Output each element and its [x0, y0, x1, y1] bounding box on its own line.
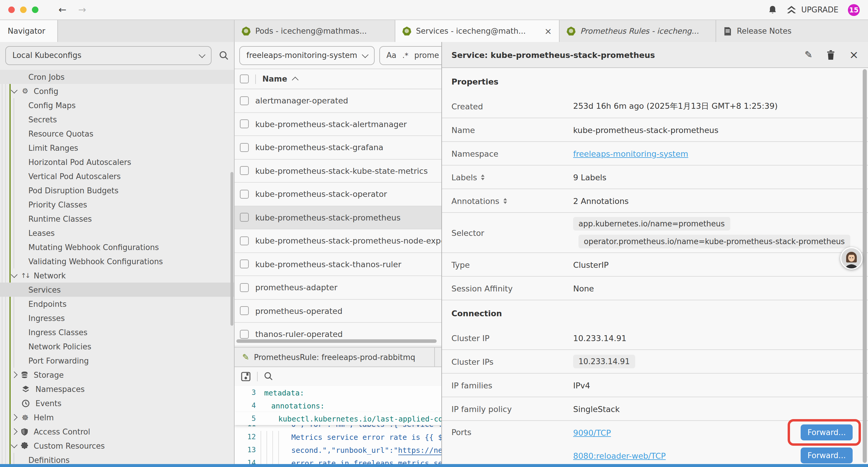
bell-icon[interactable]	[768, 5, 777, 14]
tab-release-notes[interactable]: Release Notes	[716, 20, 868, 42]
sidebar-item-vertical-pod-autoscalers[interactable]: Vertical Pod Autoscalers	[0, 169, 234, 183]
upgrade-button[interactable]: UPGRADE	[786, 5, 838, 14]
port-link[interactable]: 8080:reloader-web/TCP	[573, 451, 665, 460]
search-input[interactable]: Aa .* prome	[379, 46, 442, 65]
row-checkbox[interactable]	[240, 190, 249, 199]
zoom-window-button[interactable]	[32, 6, 38, 13]
tab-navigator[interactable]: Navigator	[0, 20, 58, 42]
table-row-selected[interactable]: kube-prometheus-stack-prometheus	[235, 206, 441, 229]
close-icon[interactable]: ×	[849, 49, 859, 60]
back-icon[interactable]: ←	[59, 5, 66, 14]
namespace-link[interactable]: freeleaps-monitoring-system	[573, 149, 688, 158]
sidebar-item-secrets[interactable]: Secrets	[0, 112, 234, 126]
expand-collapse-icon[interactable]	[481, 174, 485, 180]
sidebar-item-ingresses[interactable]: Ingresses	[0, 311, 234, 325]
sidebar-item-horizontal-pod-autoscalers[interactable]: Horizontal Pod Autoscalers	[0, 155, 234, 169]
sidebar-item-priority-classes[interactable]: Priority Classes	[0, 198, 234, 212]
forward-button[interactable]: Forward...	[801, 447, 852, 463]
row-checkbox[interactable]	[240, 330, 249, 339]
row-checkbox[interactable]	[240, 96, 249, 105]
upgrade-icon	[786, 5, 797, 14]
row-checkbox[interactable]	[240, 120, 249, 128]
sidebar-group-custom-resources[interactable]: Custom Resources	[0, 439, 234, 453]
sidebar-item-ingress-classes[interactable]: Ingress Classes	[0, 325, 234, 339]
table-row[interactable]: kube-prometheus-stack-grafana	[235, 136, 441, 159]
table-row[interactable]: alertmanager-operated	[235, 89, 441, 113]
forward-icon[interactable]: →	[78, 5, 86, 14]
row-checkbox[interactable]	[240, 307, 249, 315]
sidebar-item-events[interactable]: Events	[0, 396, 234, 410]
delete-trash-icon[interactable]	[827, 50, 835, 59]
namespace-select[interactable]: freeleaps-monitoring-system	[239, 46, 375, 65]
table-row[interactable]: kube-prometheus-stack-prometheus-node-ex…	[235, 229, 441, 253]
port-link[interactable]: 9090/TCP	[573, 428, 611, 437]
sidebar-scrollbar[interactable]	[230, 172, 234, 326]
sidebar-item-network-policies[interactable]: Network Policies	[0, 339, 234, 353]
tab-pods[interactable]: ☸ Pods - icecheng@mathmas...	[235, 20, 395, 42]
table-row[interactable]: kube-prometheus-stack-kube-state-metrics	[235, 159, 441, 183]
row-checkbox[interactable]	[240, 143, 249, 152]
sidebar-item-endpoints[interactable]: Endpoints	[0, 297, 234, 311]
sidebar-group-storage[interactable]: Storage	[0, 368, 234, 382]
table-row[interactable]: prometheus-operated	[235, 299, 441, 323]
sidebar-item-services[interactable]: Services	[0, 283, 234, 297]
table-row[interactable]: prometheus-adapter	[235, 276, 441, 299]
sidebar-item-validating-webhook-configurations[interactable]: Validating Webhook Configurations	[0, 254, 234, 268]
editor-tab-partial[interactable]: ✎	[435, 348, 442, 367]
code-url-link[interactable]: https://net	[398, 445, 441, 455]
row-checkbox[interactable]	[240, 283, 249, 292]
sidebar-item-port-forwarding[interactable]: Port Forwarding	[0, 353, 234, 368]
minimize-window-button[interactable]	[20, 6, 27, 13]
tab-prometheus-rules[interactable]: ☸ Prometheus Rules - icecheng...	[560, 20, 716, 42]
row-checkbox[interactable]	[240, 236, 249, 245]
service-detail-panel: Service: kube-prometheus-stack-prometheu…	[442, 42, 868, 467]
detail-title: Service: kube-prometheus-stack-prometheu…	[452, 50, 655, 59]
sidebar-item-resource-quotas[interactable]: Resource Quotas	[0, 126, 234, 141]
sidebar-item-cron-jobs[interactable]: Cron Jobs	[0, 70, 234, 84]
app-window: ← → UPGRADE 15 Navigator ☸ Pods - iceche	[0, 0, 868, 467]
sidebar-item-config-maps[interactable]: Config Maps	[0, 98, 234, 112]
search-icon[interactable]	[264, 372, 273, 381]
sidebar-item-leases[interactable]: Leases	[0, 226, 234, 240]
document-icon	[723, 26, 732, 36]
sidebar-item-runtime-classes[interactable]: Runtime Classes	[0, 212, 234, 226]
sidebar-group-helm[interactable]: ☸ Helm	[0, 410, 234, 425]
layers-icon	[22, 385, 31, 393]
services-list-panel: freeleaps-monitoring-system Aa .* prome …	[235, 42, 442, 467]
notification-badge[interactable]: 15	[848, 4, 860, 16]
close-window-button[interactable]	[8, 6, 15, 13]
horizontal-scrollbar[interactable]	[236, 339, 437, 343]
sort-ascending-icon[interactable]	[292, 77, 299, 83]
sidebar-group-access-control[interactable]: Access Control	[0, 425, 234, 439]
sidebar-item-namespaces[interactable]: Namespaces	[0, 382, 234, 396]
select-all-checkbox[interactable]	[240, 75, 249, 83]
sidebar-item-pod-disruption-budgets[interactable]: Pod Disruption Budgets	[0, 183, 234, 198]
kubeconfig-select[interactable]: Local Kubeconfigs	[5, 46, 212, 65]
sidebar-group-config[interactable]: ⚙ Config	[0, 84, 234, 98]
user-avatar[interactable]	[840, 247, 863, 269]
sidebar-group-network[interactable]: ↑↓ Network	[0, 268, 234, 283]
yaml-editor[interactable]: 3 metadata: 4 annotations: 5 kubectl.kub…	[235, 386, 441, 467]
forward-button[interactable]: Forward...	[801, 425, 852, 440]
search-icon[interactable]	[219, 51, 229, 60]
detail-row-ip-family-policy: IP family policy SingleStack	[442, 397, 868, 421]
sidebar-item-mutating-webhook-configurations[interactable]: Mutating Webhook Configurations	[0, 240, 234, 254]
table-row[interactable]: kube-prometheus-stack-thanos-ruler	[235, 253, 441, 276]
detail-scrollbar[interactable]	[863, 69, 867, 463]
regex-toggle[interactable]: .*	[402, 51, 408, 60]
save-icon[interactable]	[241, 372, 251, 381]
sidebar-item-limit-ranges[interactable]: Limit Ranges	[0, 141, 234, 155]
port-line: 8080:reloader-web/TCP Forward...	[573, 444, 868, 467]
row-checkbox[interactable]	[240, 167, 249, 175]
editor-tab-prometheusrule[interactable]: ✎ PrometheusRule: freeleaps-prod-rabbitm…	[235, 348, 435, 367]
match-case-toggle[interactable]: Aa	[386, 51, 397, 60]
close-tab-icon[interactable]: ×	[540, 26, 552, 36]
table-row[interactable]: kube-prometheus-stack-operator	[235, 183, 441, 206]
row-checkbox[interactable]	[240, 213, 249, 222]
table-row[interactable]: kube-prometheus-stack-alertmanager	[235, 113, 441, 136]
row-checkbox[interactable]	[240, 260, 249, 269]
edit-pencil-icon[interactable]: ✎	[804, 50, 812, 59]
tab-services[interactable]: ☸ Services - icecheng@math... ×	[395, 20, 560, 42]
expand-collapse-icon[interactable]	[503, 198, 507, 204]
column-header-name[interactable]: Name	[262, 75, 287, 83]
